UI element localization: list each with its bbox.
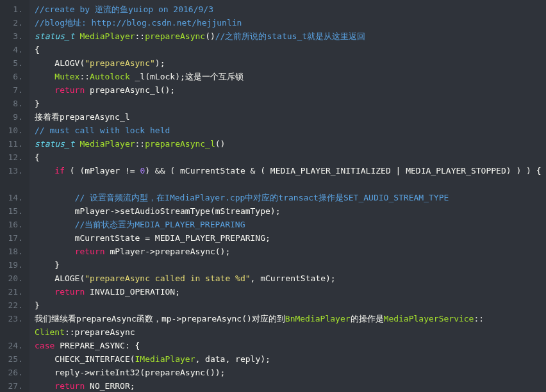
token: "prepareAsync" [85,58,155,68]
code-line[interactable]: return prepareAsync_l(); [35,83,546,97]
token: ); [155,58,165,68]
line-number: 14. [5,191,23,204]
line-number: 6. [5,70,23,83]
code-line[interactable]: return mPlayer->prepareAsync(); [35,245,546,258]
code-line[interactable]: 我们继续看prepareAsync函数，mp->prepareAsync()对应… [35,312,546,339]
line-number: 16. [5,218,23,231]
line-number: 24. [5,339,23,352]
line-number: 23. [5,312,23,339]
code-line[interactable]: // must call with lock held [35,124,546,137]
token: { [35,45,40,54]
token: prepareAsync [145,31,205,41]
code-line[interactable]: } [35,298,546,312]
token: //之前所说的status_t就是从这里返回 [215,31,365,41]
token: NO_ERROR; [85,381,135,391]
token: () [205,31,215,41]
line-number: 2. [5,16,23,29]
code-area[interactable]: //create by 逆流的鱼yuiop on 2016/9/3//blog地… [29,0,546,392]
code-line[interactable]: // 设置音频流内型，在IMediaPlayer.cpp中对应的transact… [35,191,546,204]
line-number: 26. [5,366,23,379]
line-number: 4. [5,43,23,56]
line-number: 1. [5,3,23,16]
line-number: 19. [5,258,23,272]
token: //create by 逆流的鱼yuiop on 2016/9/3 [35,4,213,14]
line-number: 8. [5,97,23,110]
line-number: 3. [5,29,23,43]
token: ) && ( mCurrentState & ( MEDIA_PLAYER_IN… [145,166,541,176]
code-line[interactable]: Mutex::Autolock _l(mLock);这是一个互斥锁 [35,70,546,83]
token: status_t [35,139,75,149]
code-line[interactable]: } [35,97,546,110]
token: CHECK_INTERFACE( [35,354,135,364]
token: , mCurrentState); [251,274,336,283]
token [35,166,54,176]
token: if [54,166,65,176]
token [35,193,75,202]
token: MediaPlayer [79,139,135,149]
token: } [35,99,40,108]
token: prepareAsync_l(); [85,85,175,95]
token: BnMediaPlayer [285,314,351,323]
code-line[interactable]: CHECK_INTERFACE(IMediaPlayer, data, repl… [35,352,546,366]
code-line[interactable]: //blog地址: http://blog.csdn.net/hejjunlin [35,16,546,29]
token: :: [135,31,145,41]
token: 我们继续看prepareAsync函数，mp->prepareAsync()对应… [35,314,285,323]
code-line[interactable]: status_t MediaPlayer::prepareAsync()//之前… [35,29,546,43]
token: Client [35,327,65,337]
code-line[interactable]: //当前状态置为MEDIA_PLAYER_PREPARING [35,218,546,231]
token: } [35,260,60,270]
token: Autolock [90,72,130,81]
line-number: 17. [5,231,23,245]
code-line[interactable]: //create by 逆流的鱼yuiop on 2016/9/3 [35,3,546,16]
line-number: 11. [5,137,23,151]
token: status_t [35,31,75,41]
line-number: 18. [5,245,23,258]
token: //blog地址: http://blog.csdn.net/hejjunlin [35,18,242,28]
code-line[interactable]: ALOGE("prepareAsync called in state %d",… [35,272,546,285]
token [35,247,75,256]
token: { [35,152,40,162]
token: ALOGE( [35,274,85,283]
token: _l(mLock);这是一个互斥锁 [130,72,244,81]
code-editor: 1.2.3.4.5.6.7.8.9.10.11.12.13.14.15.16.1… [0,0,546,392]
code-line[interactable]: if ( (mPlayer != 0) && ( mCurrentState &… [35,164,546,191]
token: :: [135,139,145,149]
token [35,287,54,297]
line-number: 21. [5,285,23,298]
code-line[interactable]: status_t MediaPlayer::prepareAsync_l() [35,137,546,151]
token: return [54,85,85,95]
code-line[interactable]: reply->writeInt32(prepareAsync()); [35,366,546,379]
line-number: 27. [5,379,23,392]
line-number: 15. [5,204,23,218]
line-number-gutter: 1.2.3.4.5.6.7.8.9.10.11.12.13.14.15.16.1… [0,0,29,392]
code-line[interactable]: mPlayer->setAudioStreamType(mStreamType)… [35,204,546,218]
token: :: [79,72,90,81]
code-line[interactable]: } [35,258,546,272]
token: :: [474,314,484,323]
code-line[interactable]: return INVALID_OPERATION; [35,285,546,298]
code-line[interactable]: return NO_ERROR; [35,379,546,392]
token [35,220,75,229]
token: // 设置音频流内型，在IMediaPlayer.cpp中对应的transact… [75,193,449,202]
code-line[interactable]: 接着看prepareAsync_l [35,110,546,124]
token: return [75,247,105,256]
line-number: 5. [5,56,23,70]
code-line[interactable]: case PREPARE_ASYNC: { [35,339,546,352]
token: // must call with lock held [35,126,170,135]
token: ::prepareAsync [65,327,135,337]
code-line[interactable]: { [35,151,546,164]
token: mPlayer->setAudioStreamType(mStreamType)… [35,206,281,216]
token: mPlayer->prepareAsync(); [105,247,231,256]
token: IMediaPlayer [135,354,195,364]
token: "prepareAsync called in state %d" [85,274,250,283]
token: ( (mPlayer != [65,166,140,176]
token: prepareAsync_l [145,139,215,149]
code-line[interactable]: mCurrentState = MEDIA_PLAYER_PREPARING; [35,231,546,245]
code-line[interactable]: { [35,43,546,56]
token: INVALID_OPERATION; [85,287,180,297]
line-number: 9. [5,110,23,124]
line-number: 13. [5,164,23,191]
token: case [35,341,54,350]
code-line[interactable]: ALOGV("prepareAsync"); [35,56,546,70]
token: return [54,287,85,297]
